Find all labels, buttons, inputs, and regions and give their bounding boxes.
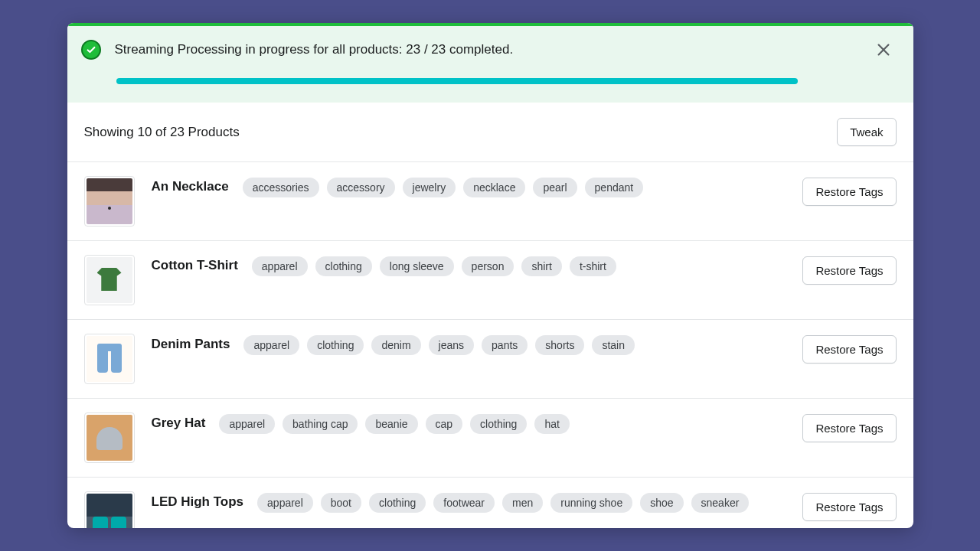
product-thumbnail (84, 334, 135, 384)
tag-pill[interactable]: jeans (429, 335, 474, 355)
product-top-line: Grey Hatapparelbathing capbeaniecapcloth… (152, 412, 791, 434)
tag-list: accessoriesaccessoryjewelrynecklacepearl… (243, 178, 644, 197)
product-row: An Necklaceaccessoriesaccessoryjewelryne… (67, 162, 913, 241)
product-title: Cotton T-Shirt (152, 258, 238, 273)
product-row: LED High Topsapparelbootclothingfootwear… (67, 478, 913, 528)
product-thumbnail (84, 412, 135, 463)
close-icon[interactable] (875, 41, 892, 58)
banner-message: Streaming Processing in progress for all… (115, 42, 875, 57)
tag-pill[interactable]: pants (482, 335, 528, 355)
thumbnail-image (87, 415, 132, 461)
tag-pill[interactable]: pearl (533, 178, 577, 197)
tag-pill[interactable]: bathing cap (283, 414, 358, 434)
restore-tags-button[interactable]: Restore Tags (802, 493, 896, 521)
product-main: An Necklaceaccessoriesaccessoryjewelryne… (152, 176, 791, 197)
restore-tags-button[interactable]: Restore Tags (802, 256, 896, 285)
product-thumbnail (84, 255, 135, 305)
tweak-button[interactable]: Tweak (837, 118, 896, 146)
product-top-line: Cotton T-Shirtapparelclothinglong sleeve… (152, 255, 791, 276)
tag-pill[interactable]: cap (426, 414, 463, 434)
tag-pill[interactable]: shoe (640, 493, 683, 513)
thumbnail-image (87, 494, 132, 528)
showing-count: Showing 10 of 23 Products (84, 125, 240, 140)
product-thumbnail (84, 176, 135, 227)
restore-tags-button[interactable]: Restore Tags (802, 178, 896, 206)
product-thumbnail (84, 491, 135, 528)
tag-list: apparelbootclothingfootwearmenrunning sh… (257, 493, 749, 513)
restore-column: Restore Tags (802, 178, 896, 206)
tag-pill[interactable]: necklace (463, 178, 525, 197)
tag-pill[interactable]: t-shirt (570, 256, 616, 276)
product-top-line: An Necklaceaccessoriesaccessoryjewelryne… (152, 176, 791, 197)
tag-pill[interactable]: clothing (315, 256, 372, 276)
tag-pill[interactable]: shorts (535, 335, 584, 355)
tag-pill[interactable]: men (502, 493, 543, 513)
restore-column: Restore Tags (802, 256, 896, 285)
tag-pill[interactable]: shirt (521, 256, 561, 276)
tag-pill[interactable]: denim (371, 335, 420, 355)
thumbnail-image (87, 336, 132, 382)
tag-pill[interactable]: running shoe (550, 493, 632, 513)
success-check-icon (81, 40, 101, 60)
thumbnail-image (87, 257, 132, 303)
product-row: Cotton T-Shirtapparelclothinglong sleeve… (67, 241, 913, 320)
product-title: Denim Pants (152, 337, 230, 352)
tag-list: apparelclothingdenimjeanspantsshortsstai… (243, 335, 635, 355)
tag-pill[interactable]: long sleeve (380, 256, 454, 276)
product-main: Grey Hatapparelbathing capbeaniecapcloth… (152, 412, 791, 434)
tag-pill[interactable]: sneaker (691, 493, 750, 513)
product-row: Denim Pantsapparelclothingdenimjeanspant… (67, 320, 913, 399)
product-title: An Necklace (152, 179, 229, 194)
tag-pill[interactable]: footwear (433, 493, 495, 513)
product-title: LED High Tops (152, 494, 244, 510)
product-row: Grey Hatapparelbathing capbeaniecapcloth… (67, 399, 913, 478)
product-top-line: LED High Topsapparelbootclothingfootwear… (152, 491, 791, 513)
tag-pill[interactable]: apparel (257, 493, 313, 513)
product-main: Denim Pantsapparelclothingdenimjeanspant… (152, 334, 791, 355)
product-main: LED High Topsapparelbootclothingfootwear… (152, 491, 791, 513)
banner-row: Streaming Processing in progress for all… (81, 40, 892, 60)
restore-tags-button[interactable]: Restore Tags (802, 414, 896, 442)
list-header: Showing 10 of 23 Products Tweak (67, 103, 913, 162)
thumbnail-image (87, 178, 132, 224)
status-banner: Streaming Processing in progress for all… (67, 26, 913, 103)
tag-pill[interactable]: accessories (243, 178, 319, 197)
tag-pill[interactable]: apparel (219, 414, 275, 434)
tag-pill[interactable]: apparel (252, 256, 308, 276)
tag-pill[interactable]: pendant (585, 178, 644, 197)
product-list: An Necklaceaccessoriesaccessoryjewelryne… (67, 162, 913, 528)
product-top-line: Denim Pantsapparelclothingdenimjeanspant… (152, 334, 791, 355)
tag-pill[interactable]: clothing (369, 493, 426, 513)
restore-column: Restore Tags (802, 493, 896, 521)
tag-list: apparelclothinglong sleevepersonshirtt-s… (252, 256, 616, 276)
tag-pill[interactable]: apparel (243, 335, 299, 355)
tag-pill[interactable]: person (462, 256, 514, 276)
tag-pill[interactable]: stain (592, 335, 635, 355)
tag-pill[interactable]: boot (321, 493, 361, 513)
tag-pill[interactable]: beanie (365, 414, 417, 434)
tag-pill[interactable]: clothing (307, 335, 364, 355)
tag-pill[interactable]: clothing (470, 414, 527, 434)
restore-column: Restore Tags (802, 414, 896, 442)
product-main: Cotton T-Shirtapparelclothinglong sleeve… (152, 255, 791, 276)
restore-tags-button[interactable]: Restore Tags (802, 335, 896, 364)
app-panel: Streaming Processing in progress for all… (67, 23, 913, 528)
product-title: Grey Hat (152, 416, 206, 431)
tag-pill[interactable]: hat (534, 414, 569, 434)
tag-pill[interactable]: accessory (327, 178, 395, 197)
tag-list: apparelbathing capbeaniecapclothinghat (219, 414, 569, 434)
tag-pill[interactable]: jewelry (403, 178, 456, 197)
progress-bar (116, 78, 798, 84)
restore-column: Restore Tags (802, 335, 896, 364)
